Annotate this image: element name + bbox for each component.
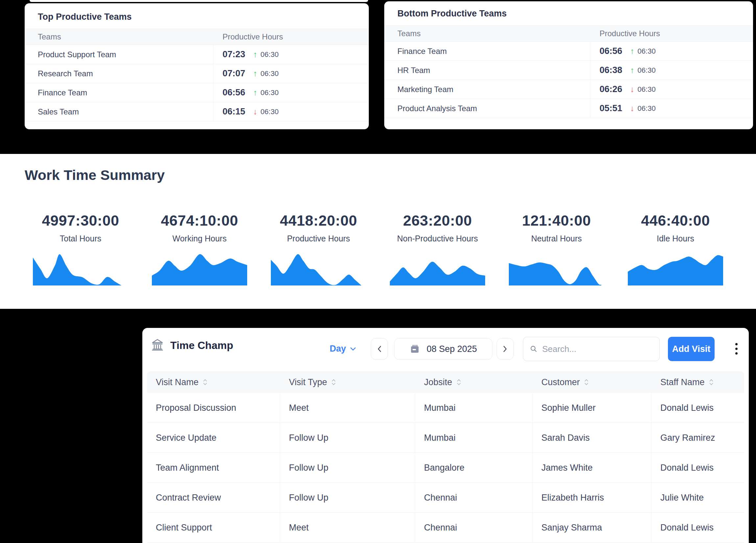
- staff-name-cell: Donald Lewis: [651, 513, 744, 542]
- stat-label: Non-Productive Hours: [388, 234, 487, 243]
- panel-header: Time Champ Day: [142, 328, 749, 371]
- visit-name-cell: Contract Review: [147, 483, 280, 512]
- benchmark-value: 06:30: [638, 66, 656, 75]
- jobsite-cell: Mumbai: [415, 423, 532, 453]
- stat-value: 4674:10:00: [150, 212, 249, 229]
- team-name: Marketing Team: [384, 80, 590, 99]
- stat-label: Working Hours: [150, 234, 249, 243]
- stat-card: 4418:20:00Productive Hours: [269, 212, 368, 286]
- trend-up-icon: ↑: [253, 50, 257, 59]
- search-input[interactable]: [542, 344, 653, 354]
- team-name: Product Support Team: [25, 45, 213, 64]
- column-header-label: Staff Name: [660, 377, 705, 388]
- visit-name-cell: Team Alignment: [147, 453, 280, 483]
- chevron-down-icon: [350, 347, 356, 351]
- productive-hours-value: 06:15: [223, 106, 245, 117]
- team-name: HR Team: [384, 61, 590, 80]
- benchmark-value: 06:30: [261, 107, 279, 116]
- visit-name-cell: Client Support: [147, 513, 280, 542]
- sort-icon[interactable]: [584, 379, 589, 386]
- previous-day-button[interactable]: [371, 338, 388, 360]
- app-title: Time Champ: [170, 340, 233, 352]
- date-value: 08 Sep 2025: [427, 344, 477, 354]
- column-header[interactable]: Customer: [532, 377, 651, 388]
- column-header[interactable]: Staff Name: [651, 377, 744, 388]
- team-name: Finance Team: [25, 83, 213, 102]
- sparkline-chart: [390, 252, 485, 286]
- visits-table: Visit NameVisit TypeJobsiteCustomerStaff…: [147, 371, 744, 543]
- calendar-icon: [410, 344, 420, 354]
- table-row[interactable]: Finance Team06:56↑06:30: [384, 42, 753, 61]
- column-header[interactable]: Visit Name: [147, 377, 280, 388]
- table-row[interactable]: Product Support Team07:23↑06:30: [25, 45, 369, 64]
- work-time-summary-panel: Work Time Summary 4997:30:00Total Hours4…: [0, 154, 756, 309]
- search-box: [523, 337, 660, 361]
- benchmark-value: 06:30: [261, 69, 279, 78]
- team-name: Finance Team: [384, 42, 590, 60]
- bottom-productive-teams-card: Bottom Productive Teams TeamsProductive …: [384, 1, 753, 129]
- trend-up-icon: ↑: [630, 66, 634, 74]
- table-header: TeamsProductive Hours: [25, 29, 369, 45]
- visits-table-header: Visit NameVisit TypeJobsiteCustomerStaff…: [147, 371, 744, 393]
- cropped-card-edge: [30, 0, 368, 2]
- table-row[interactable]: Research Team07:07↑06:30: [25, 64, 369, 83]
- sort-icon[interactable]: [331, 379, 336, 386]
- hours-cell: 06:38↑06:30: [590, 65, 753, 75]
- visits-table-body: Proposal DiscussionMeetMumbaiSophie Mull…: [147, 393, 744, 543]
- table-row[interactable]: Service UpdateFollow UpMumbaiSarah Davis…: [147, 423, 744, 453]
- stat-label: Total Hours: [31, 234, 130, 243]
- period-dropdown-value: Day: [330, 344, 346, 354]
- productive-hours-value: 05:51: [600, 103, 622, 113]
- table-row[interactable]: Team AlignmentFollow UpBangaloreJames Wh…: [147, 453, 744, 483]
- date-picker[interactable]: 08 Sep 2025: [394, 338, 492, 360]
- table-row[interactable]: Contract ReviewFollow UpChennaiElizabeth…: [147, 483, 744, 513]
- trend-down-icon: ↓: [253, 107, 257, 116]
- table-row[interactable]: Sales Team06:15↓06:30: [25, 102, 369, 121]
- productive-hours-value: 07:07: [223, 68, 245, 79]
- jobsite-cell: Mumbai: [415, 393, 532, 423]
- sort-icon[interactable]: [709, 379, 714, 386]
- table-row[interactable]: HR Team06:38↑06:30: [384, 61, 753, 80]
- table-row[interactable]: Client SupportMeetChennaiSanjay SharmaDo…: [147, 513, 744, 543]
- period-dropdown[interactable]: Day: [330, 344, 356, 354]
- stat-label: Neutral Hours: [507, 234, 606, 243]
- customer-cell: Sarah Davis: [532, 423, 651, 453]
- sort-icon[interactable]: [202, 379, 208, 386]
- table-row[interactable]: Finance Team06:56↑06:30: [25, 83, 369, 102]
- benchmark-value: 06:30: [261, 88, 279, 97]
- stat-card: 263:20:00Non-Productive Hours: [388, 212, 487, 286]
- table-row[interactable]: Product Analysis Team05:51↓06:30: [384, 99, 753, 118]
- brand: Time Champ: [151, 338, 233, 353]
- sparkline-chart: [152, 252, 247, 286]
- table-row[interactable]: Marketing Team06:26↓06:30: [384, 80, 753, 99]
- add-visit-button[interactable]: Add Visit: [668, 337, 715, 361]
- column-header[interactable]: Jobsite: [415, 377, 532, 388]
- visit-type-cell: Meet: [280, 393, 415, 423]
- visit-type-cell: Follow Up: [280, 453, 415, 483]
- benchmark-value: 06:30: [638, 104, 656, 113]
- jobsite-cell: Chennai: [415, 513, 532, 542]
- stat-card: 446:40:00Idle Hours: [626, 212, 725, 286]
- more-options-icon[interactable]: [733, 341, 740, 357]
- jobsite-cell: Bangalore: [415, 453, 532, 483]
- stat-value: 446:40:00: [626, 212, 725, 229]
- team-name: Product Analysis Team: [384, 99, 590, 118]
- sparkline-chart: [628, 252, 723, 286]
- stat-value: 4997:30:00: [31, 212, 130, 229]
- table-row[interactable]: Proposal DiscussionMeetMumbaiSophie Mull…: [147, 393, 744, 423]
- card-title: Top Productive Teams: [25, 3, 369, 29]
- staff-name-cell: Gary Ramirez: [651, 423, 744, 453]
- trend-down-icon: ↓: [630, 85, 634, 93]
- team-name: Sales Team: [25, 102, 213, 121]
- sort-icon[interactable]: [456, 379, 461, 386]
- stat-value: 4418:20:00: [269, 212, 368, 229]
- column-header[interactable]: Visit Type: [280, 377, 415, 388]
- next-day-button[interactable]: [497, 338, 514, 360]
- hours-cell: 06:26↓06:30: [590, 84, 753, 94]
- column-header: Teams: [25, 32, 213, 41]
- section-title: Work Time Summary: [0, 154, 756, 183]
- table-body: Product Support Team07:23↑06:30Research …: [25, 45, 369, 121]
- bank-icon: [151, 338, 164, 353]
- stat-card: 4674:10:00Working Hours: [150, 212, 249, 286]
- sparkline-chart: [33, 252, 128, 286]
